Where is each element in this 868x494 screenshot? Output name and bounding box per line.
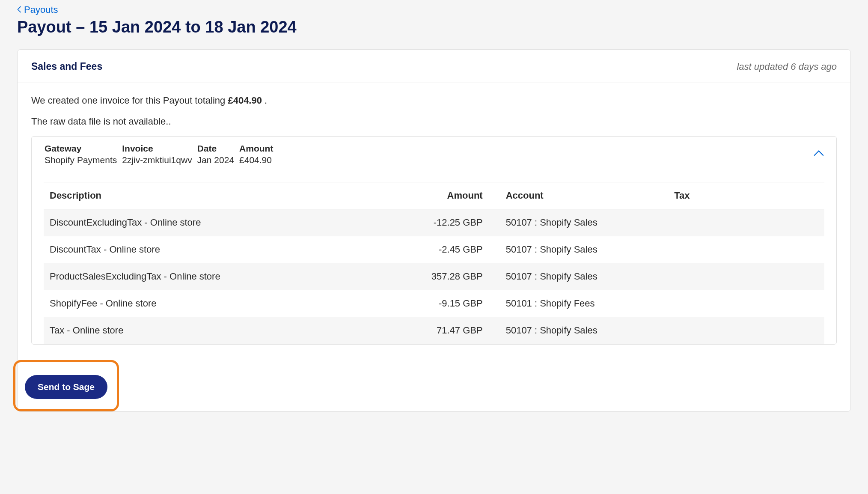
table-header-row: Description Amount Account Tax bbox=[44, 182, 824, 209]
cell-description: Tax - Online store bbox=[44, 317, 395, 344]
summary-suffix: . bbox=[262, 95, 267, 106]
col-account: Account bbox=[489, 182, 669, 209]
table-row: Tax - Online store71.47 GBP50107 : Shopi… bbox=[44, 317, 824, 344]
table-row: ProductSalesExcludingTax - Online store3… bbox=[44, 263, 824, 290]
cell-amount: 71.47 GBP bbox=[395, 317, 489, 344]
cell-description: DiscountTax - Online store bbox=[44, 236, 395, 263]
send-to-sage-button[interactable]: Send to Sage bbox=[25, 375, 107, 399]
cell-tax bbox=[668, 290, 824, 317]
invoice-lines-table-wrap: Description Amount Account Tax DiscountE… bbox=[32, 172, 836, 344]
col-tax: Tax bbox=[668, 182, 824, 209]
cell-tax bbox=[668, 263, 824, 290]
breadcrumb-label: Payouts bbox=[24, 4, 58, 15]
table-row: DiscountTax - Online store-2.45 GBP50107… bbox=[44, 236, 824, 263]
accordion-meta: Gateway Shopify Payments Invoice 2zjiv-z… bbox=[45, 143, 273, 166]
cell-tax bbox=[668, 236, 824, 263]
chevron-up-icon bbox=[813, 149, 824, 159]
table-row: DiscountExcludingTax - Online store-12.2… bbox=[44, 209, 824, 236]
last-updated-text: last updated 6 days ago bbox=[737, 61, 837, 72]
page-title: Payout – 15 Jan 2024 to 18 Jan 2024 bbox=[17, 18, 851, 36]
card-body: We created one invoice for this Payout t… bbox=[18, 83, 850, 352]
cell-description: DiscountExcludingTax - Online store bbox=[44, 209, 395, 236]
meta-gateway: Gateway Shopify Payments bbox=[45, 143, 117, 166]
breadcrumb-payouts[interactable]: Payouts bbox=[17, 4, 58, 15]
cell-amount: 357.28 GBP bbox=[395, 263, 489, 290]
meta-date: Date Jan 2024 bbox=[197, 143, 234, 166]
card-header: Sales and Fees last updated 6 days ago bbox=[18, 50, 850, 83]
invoice-accordion: Gateway Shopify Payments Invoice 2zjiv-z… bbox=[31, 136, 837, 345]
send-to-sage-highlight: Send to Sage bbox=[13, 360, 119, 411]
cell-tax bbox=[668, 317, 824, 344]
cell-account: 50107 : Shopify Sales bbox=[489, 209, 669, 236]
cell-description: ShopifyFee - Online store bbox=[44, 290, 395, 317]
cell-tax bbox=[668, 209, 824, 236]
meta-amount: Amount £404.90 bbox=[239, 143, 273, 166]
invoice-summary: We created one invoice for this Payout t… bbox=[31, 94, 837, 107]
cell-description: ProductSalesExcludingTax - Online store bbox=[44, 263, 395, 290]
summary-amount: £404.90 bbox=[228, 95, 262, 106]
cell-account: 50107 : Shopify Sales bbox=[489, 263, 669, 290]
chevron-left-icon bbox=[17, 4, 21, 15]
cell-account: 50107 : Shopify Sales bbox=[489, 236, 669, 263]
cell-amount: -12.25 GBP bbox=[395, 209, 489, 236]
table-row: ShopifyFee - Online store-9.15 GBP50101 … bbox=[44, 290, 824, 317]
cell-amount: -9.15 GBP bbox=[395, 290, 489, 317]
invoice-lines-table: Description Amount Account Tax DiscountE… bbox=[44, 182, 824, 344]
accordion-header[interactable]: Gateway Shopify Payments Invoice 2zjiv-z… bbox=[32, 137, 836, 172]
card-title: Sales and Fees bbox=[31, 61, 102, 72]
summary-prefix: We created one invoice for this Payout t… bbox=[31, 95, 228, 106]
cell-amount: -2.45 GBP bbox=[395, 236, 489, 263]
col-description: Description bbox=[44, 182, 395, 209]
sales-and-fees-card: Sales and Fees last updated 6 days ago W… bbox=[17, 49, 851, 412]
raw-data-note: The raw data file is not available.. bbox=[31, 115, 837, 128]
col-amount: Amount bbox=[395, 182, 489, 209]
cell-account: 50107 : Shopify Sales bbox=[489, 317, 669, 344]
cell-account: 50101 : Shopify Fees bbox=[489, 290, 669, 317]
meta-invoice: Invoice 2zjiv-zmktiui1qwv bbox=[122, 143, 192, 166]
